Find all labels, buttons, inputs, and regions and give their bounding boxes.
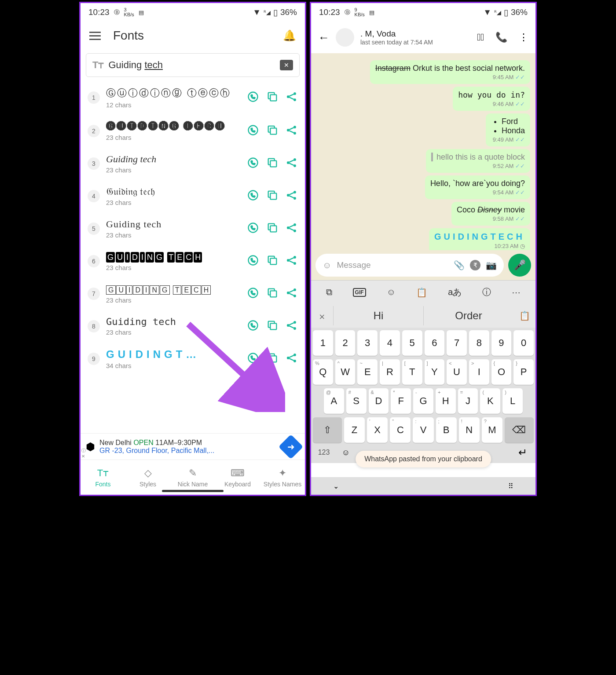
voice-call-icon[interactable]: 📞 xyxy=(495,32,507,43)
message-bubble[interactable]: GUIDINGTECH10:23 AM ◷ xyxy=(429,228,530,250)
message-bubble[interactable]: Instagram Orkut is the best social netwo… xyxy=(370,60,530,84)
directions-icon[interactable]: ➜ xyxy=(279,434,304,459)
key-S[interactable]: #S xyxy=(346,388,367,414)
whatsapp-share-icon[interactable] xyxy=(247,157,259,171)
copy-icon[interactable] xyxy=(266,352,279,366)
nav-styles-names[interactable]: ✦Styles Names xyxy=(260,460,305,495)
key-O[interactable]: {O xyxy=(491,359,512,385)
key-A[interactable]: @A xyxy=(324,388,344,414)
message-bubble[interactable]: how you do in?9:46 AM ✓✓ xyxy=(453,87,530,111)
whatsapp-share-icon[interactable] xyxy=(247,91,259,105)
message-bubble[interactable]: hello this is a quote block9:52 AM ✓✓ xyxy=(426,149,530,173)
rupee-icon[interactable]: ₹ xyxy=(470,260,480,270)
copy-icon[interactable] xyxy=(266,91,279,105)
whatsapp-share-icon[interactable] xyxy=(247,319,259,333)
nav-kb-icon[interactable]: ⠿ xyxy=(508,482,513,490)
ad-banner[interactable]: ⬢ New Delhi OPEN 11AM–9:30PM GR -23, Gro… xyxy=(81,433,305,460)
message-input[interactable]: ☺ Message 📎 ₹ 📷 xyxy=(315,254,504,277)
copy-icon[interactable] xyxy=(266,124,279,138)
key-B[interactable]: ;B xyxy=(436,417,457,443)
back-arrow-icon[interactable]: ← xyxy=(318,31,330,44)
search-input[interactable]: Guiding tech xyxy=(108,59,275,71)
suggestion[interactable]: Order xyxy=(423,306,513,325)
sticker2-icon[interactable]: ☺ xyxy=(387,287,396,297)
key-K[interactable]: (K xyxy=(480,388,500,414)
gif-icon[interactable]: GIF xyxy=(353,288,366,297)
key-123[interactable]: 123 xyxy=(313,449,335,456)
video-call-icon[interactable]: ▢⃞ xyxy=(477,32,484,43)
key-D[interactable]: &D xyxy=(369,388,389,414)
whatsapp-share-icon[interactable] xyxy=(247,124,259,138)
copy-icon[interactable] xyxy=(266,319,279,333)
share-icon[interactable] xyxy=(286,222,298,236)
key-F[interactable]: *F xyxy=(391,388,411,414)
copy-icon[interactable] xyxy=(266,189,279,203)
search-box[interactable]: Tᴛ Guiding tech ✕ xyxy=(86,53,300,77)
key-Z[interactable]: Z xyxy=(344,417,365,443)
bell-icon[interactable]: 🔔 xyxy=(283,29,296,42)
nav-down-icon[interactable]: ⌄ xyxy=(333,482,339,490)
message-bubble[interactable]: Coco Disney movie9:58 AM ✓✓ xyxy=(451,202,530,226)
message-bubble[interactable]: FordHonda9:49 AM ✓✓ xyxy=(486,113,530,146)
camera-icon[interactable]: 📷 xyxy=(486,260,497,270)
message-bubble[interactable]: Hello, `how are`you doing?9:54 AM ✓✓ xyxy=(425,175,530,199)
whatsapp-share-icon[interactable] xyxy=(247,189,259,203)
key-emoji[interactable]: ☺ xyxy=(337,448,355,457)
key-M[interactable]: ?M xyxy=(482,417,502,443)
attach-icon[interactable]: 📎 xyxy=(454,260,465,270)
key-enter[interactable]: ↵ xyxy=(512,446,534,459)
share-icon[interactable] xyxy=(286,352,298,366)
key-C[interactable]: "C xyxy=(390,417,411,443)
kb-more-icon[interactable]: ⋯ xyxy=(512,287,521,298)
suggestion[interactable]: Hi xyxy=(333,306,423,325)
key-W[interactable]: ^W xyxy=(335,359,356,385)
key-⌫[interactable]: ⌫ xyxy=(505,417,534,443)
key-9[interactable]: 9 xyxy=(491,330,512,356)
key-2[interactable]: 2 xyxy=(335,330,356,356)
clipboard-suggestion-icon[interactable]: 📋 xyxy=(513,310,535,321)
share-icon[interactable] xyxy=(286,287,298,301)
key-H[interactable]: +H xyxy=(436,388,456,414)
hamburger-icon[interactable] xyxy=(89,32,101,40)
more-icon[interactable]: ⋮ xyxy=(519,32,528,43)
whatsapp-share-icon[interactable] xyxy=(247,254,259,268)
copy-icon[interactable] xyxy=(266,287,279,301)
key-V[interactable]: :V xyxy=(413,417,433,443)
key-0[interactable]: 0 xyxy=(513,330,534,356)
key-⇧[interactable]: ⇧ xyxy=(313,417,342,443)
key-T[interactable]: [T xyxy=(402,359,422,385)
key-I[interactable]: >I xyxy=(469,359,489,385)
share-icon[interactable] xyxy=(286,157,298,171)
key-U[interactable]: <U xyxy=(447,359,467,385)
translate-icon[interactable]: aあ xyxy=(448,286,462,298)
key-N[interactable]: !N xyxy=(459,417,480,443)
key-6[interactable]: 6 xyxy=(425,330,445,356)
avatar[interactable] xyxy=(336,28,354,47)
key-7[interactable]: 7 xyxy=(447,330,467,356)
key-4[interactable]: 4 xyxy=(380,330,400,356)
whatsapp-share-icon[interactable] xyxy=(247,222,259,236)
key-E[interactable]: ~E xyxy=(357,359,378,385)
share-icon[interactable] xyxy=(286,124,298,138)
nav-fonts[interactable]: TᴛFonts xyxy=(81,460,125,495)
key-L[interactable]: )L xyxy=(502,388,523,414)
mic-button[interactable]: 🎤 xyxy=(508,254,531,277)
key-Q[interactable]: %Q xyxy=(313,359,333,385)
key-Y[interactable]: ]Y xyxy=(425,359,445,385)
emoji-icon[interactable]: ☺ xyxy=(323,260,331,270)
chat-area[interactable]: Instagram Orkut is the best social netwo… xyxy=(311,53,535,250)
key-1[interactable]: 1 xyxy=(313,330,333,356)
key-R[interactable]: |R xyxy=(380,359,400,385)
key-G[interactable]: -G xyxy=(413,388,433,414)
whatsapp-share-icon[interactable] xyxy=(247,352,259,366)
clear-icon[interactable]: ✕ xyxy=(280,60,293,70)
stickers-icon[interactable]: ⧉ xyxy=(326,287,332,297)
key-5[interactable]: 5 xyxy=(402,330,422,356)
key-P[interactable]: }P xyxy=(513,359,534,385)
copy-icon[interactable] xyxy=(266,254,279,268)
share-icon[interactable] xyxy=(286,319,298,333)
copy-icon[interactable] xyxy=(266,222,279,236)
key-J[interactable]: =J xyxy=(458,388,478,414)
whatsapp-share-icon[interactable] xyxy=(247,287,259,301)
key-3[interactable]: 3 xyxy=(357,330,378,356)
